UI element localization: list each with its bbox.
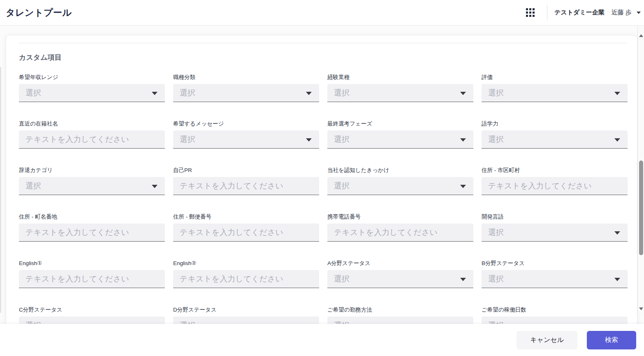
chevron-down-icon[interactable] — [637, 12, 641, 14]
apps-grid-icon[interactable] — [526, 8, 535, 17]
job-category-select[interactable]: 選択 — [173, 84, 319, 102]
custom-field: A分野ステータス 選択 — [327, 259, 473, 288]
field-a-status-select[interactable]: 選択 — [327, 270, 473, 288]
select-placeholder: 選択 — [488, 274, 504, 284]
english-2-input[interactable] — [173, 270, 319, 288]
field-label: 住所 - 町名番地 — [19, 213, 165, 221]
search-conditions-panel: カスタム項目 希望年収レンジ 選択 職種分類 選択 経験業種 選択 評価 選択 — [6, 35, 637, 356]
field-label: D分野ステータス — [173, 306, 319, 314]
page-title: タレントプール — [6, 7, 72, 19]
self-pr-input[interactable] — [173, 177, 319, 195]
field-label: ご希望の稼働日数 — [482, 306, 628, 314]
custom-field: English② — [173, 259, 319, 288]
select-placeholder: 選択 — [180, 88, 195, 98]
final-selection-phase-select[interactable]: 選択 — [327, 130, 473, 149]
custom-field: 携帯電話番号 — [327, 213, 473, 242]
user-menu[interactable]: 近藤 歩 — [612, 9, 632, 16]
desired-message-select[interactable]: 選択 — [173, 130, 319, 149]
field-label: 自己PR — [173, 166, 319, 175]
custom-field: 最終選考フェーズ 選択 — [327, 120, 473, 149]
scrollbar-thumb[interactable] — [639, 161, 643, 255]
select-placeholder: 選択 — [180, 134, 195, 145]
field-label: 住所 - 郵便番号 — [173, 213, 319, 221]
select-placeholder: 選択 — [25, 181, 41, 191]
chevron-down-icon — [306, 92, 312, 95]
custom-field: 希望年収レンジ 選択 — [19, 73, 165, 102]
address-postal-code-input[interactable] — [173, 223, 319, 242]
custom-field: 評価 選択 — [482, 73, 628, 102]
custom-field: English① — [19, 259, 165, 288]
address-city-input[interactable] — [482, 177, 628, 195]
mobile-phone-number-input[interactable] — [327, 223, 473, 242]
field-label: English② — [173, 259, 319, 268]
scroll-up-icon[interactable] — [639, 34, 643, 37]
app-bar: タレントプール テストダミー企業 近藤 歩 — [0, 0, 644, 26]
custom-field: 住所 - 市区町村 — [482, 166, 628, 195]
custom-field: 開発言語 選択 — [482, 213, 628, 242]
cancel-button[interactable]: キャンセル — [517, 331, 577, 349]
select-placeholder: 選択 — [334, 134, 350, 145]
company-name: テストダミー企業 — [554, 9, 605, 16]
decline-category-select[interactable]: 選択 — [19, 177, 165, 195]
custom-field: 経験業種 選択 — [327, 73, 473, 102]
chevron-down-icon — [460, 278, 466, 281]
field-label: 最終選考フェーズ — [327, 120, 473, 128]
address-street-input[interactable] — [19, 223, 165, 242]
chevron-down-icon — [460, 185, 466, 188]
field-label: 職種分類 — [173, 73, 319, 81]
field-label: B分野ステータス — [482, 259, 628, 268]
field-label: 語学力 — [482, 120, 628, 128]
experienced-industry-select[interactable]: 選択 — [327, 84, 473, 102]
header-divider — [547, 5, 547, 21]
custom-field: B分野ステータス 選択 — [482, 259, 628, 288]
field-label: 直近の在籍社名 — [19, 120, 165, 128]
search-button[interactable]: 検索 — [587, 331, 636, 349]
chevron-down-icon — [306, 138, 312, 142]
field-label: ご希望の勤務方法 — [327, 306, 473, 314]
select-placeholder: 選択 — [334, 181, 350, 191]
chevron-down-icon — [460, 138, 466, 142]
field-label: 辞退カテゴリ — [19, 166, 165, 175]
page-edge-strip — [0, 67, 1, 313]
chevron-down-icon — [460, 92, 466, 95]
rating-select[interactable]: 選択 — [482, 84, 628, 102]
select-placeholder: 選択 — [488, 134, 504, 145]
chevron-down-icon — [614, 278, 620, 281]
english-1-input[interactable] — [19, 270, 165, 288]
custom-fields-heading: カスタム項目 — [19, 53, 627, 62]
custom-field: 住所 - 町名番地 — [19, 213, 165, 242]
how-learned-about-us-select[interactable]: 選択 — [327, 177, 473, 195]
custom-field: 当社を認知したきっかけ 選択 — [327, 166, 473, 195]
chevron-down-icon — [614, 231, 620, 235]
field-label: 住所 - 市区町村 — [482, 166, 628, 175]
field-b-status-select[interactable]: 選択 — [482, 270, 628, 288]
chevron-down-icon — [152, 185, 158, 188]
chevron-down-icon — [614, 92, 620, 95]
chevron-down-icon — [614, 138, 620, 142]
scroll-down-icon[interactable] — [639, 307, 643, 310]
custom-field: 語学力 選択 — [482, 120, 628, 149]
action-footer: キャンセル 検索 — [0, 324, 644, 356]
field-label: C分野ステータス — [19, 306, 165, 314]
scrollbar[interactable] — [637, 26, 644, 314]
select-placeholder: 選択 — [334, 274, 350, 284]
custom-field: 辞退カテゴリ 選択 — [19, 166, 165, 195]
select-placeholder: 選択 — [488, 227, 504, 238]
field-label: A分野ステータス — [327, 259, 473, 268]
custom-field: 住所 - 郵便番号 — [173, 213, 319, 242]
select-placeholder: 選択 — [488, 88, 504, 98]
section-divider — [19, 43, 627, 43]
field-label: 希望するメッセージ — [173, 120, 319, 128]
field-label: English① — [19, 259, 165, 268]
desired-salary-range-select[interactable]: 選択 — [19, 84, 165, 102]
custom-field: 職種分類 選択 — [173, 73, 319, 102]
select-placeholder: 選択 — [25, 88, 41, 98]
chevron-down-icon — [152, 92, 158, 95]
language-skill-select[interactable]: 選択 — [482, 130, 628, 149]
field-label: 経験業種 — [327, 73, 473, 81]
development-language-select[interactable]: 選択 — [482, 223, 628, 242]
custom-field: 直近の在籍社名 — [19, 120, 165, 149]
custom-field: 自己PR — [173, 166, 319, 195]
field-label: 開発言語 — [482, 213, 628, 221]
recent-company-name-input[interactable] — [19, 130, 165, 149]
